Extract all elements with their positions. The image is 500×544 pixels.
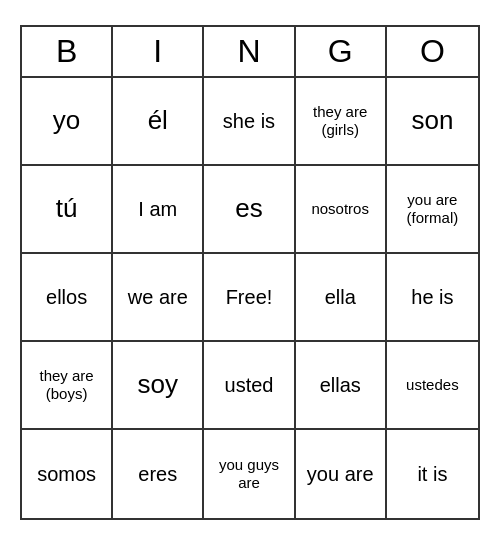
header-cell-g: G: [296, 27, 387, 76]
bingo-cell-19: ustedes: [387, 342, 478, 430]
bingo-cell-8: nosotros: [296, 166, 387, 254]
header-cell-n: N: [204, 27, 295, 76]
header-cell-o: O: [387, 27, 478, 76]
bingo-cell-23: you are: [296, 430, 387, 518]
bingo-cell-17: usted: [204, 342, 295, 430]
bingo-cell-10: ellos: [22, 254, 113, 342]
bingo-cell-6: I am: [113, 166, 204, 254]
header-cell-i: I: [113, 27, 204, 76]
bingo-cell-22: you guys are: [204, 430, 295, 518]
bingo-cell-2: she is: [204, 78, 295, 166]
bingo-cell-15: they are (boys): [22, 342, 113, 430]
bingo-header: BINGO: [22, 27, 478, 78]
bingo-cell-21: eres: [113, 430, 204, 518]
bingo-grid: yoélshe isthey are (girls)sontúI amesnos…: [22, 78, 478, 518]
bingo-cell-13: ella: [296, 254, 387, 342]
bingo-cell-5: tú: [22, 166, 113, 254]
bingo-cell-4: son: [387, 78, 478, 166]
bingo-cell-24: it is: [387, 430, 478, 518]
bingo-cell-9: you are (formal): [387, 166, 478, 254]
bingo-cell-18: ellas: [296, 342, 387, 430]
bingo-cell-7: es: [204, 166, 295, 254]
bingo-card: BINGO yoélshe isthey are (girls)sontúI a…: [20, 25, 480, 520]
bingo-cell-12: Free!: [204, 254, 295, 342]
bingo-cell-1: él: [113, 78, 204, 166]
header-cell-b: B: [22, 27, 113, 76]
bingo-cell-14: he is: [387, 254, 478, 342]
bingo-cell-11: we are: [113, 254, 204, 342]
bingo-cell-16: soy: [113, 342, 204, 430]
bingo-cell-3: they are (girls): [296, 78, 387, 166]
bingo-cell-0: yo: [22, 78, 113, 166]
bingo-cell-20: somos: [22, 430, 113, 518]
